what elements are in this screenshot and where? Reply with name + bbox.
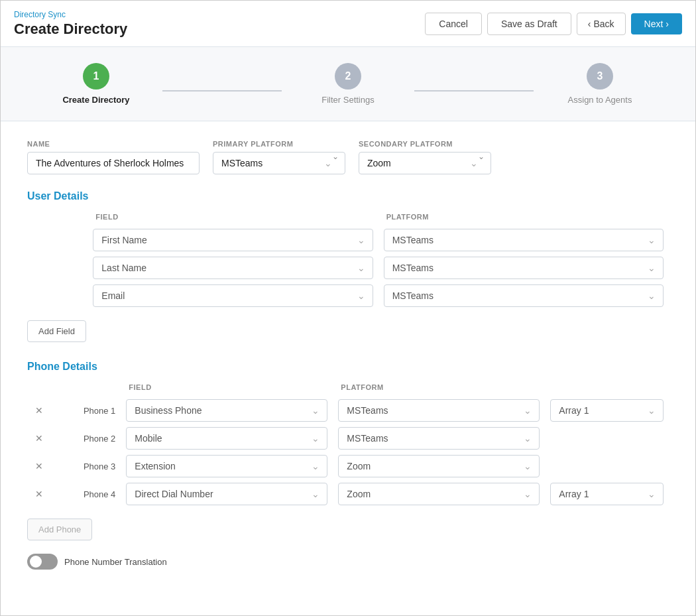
phone-array-1-select[interactable]: Array 1 Array 2 — [550, 399, 664, 422]
phone-platform-4-cell: Zoom MSTeams — [333, 480, 545, 508]
user-field-3-select[interactable]: Email First Name Last Name — [93, 284, 373, 307]
step-2[interactable]: 2 Filter Settings — [282, 63, 414, 105]
phone-platform-1-cell: MSTeams Zoom — [333, 397, 545, 424]
primary-platform-group: PRIMARY PLATFORM MSTeams Zoom ⌄ — [213, 140, 345, 174]
phone-row-1: ✕ Phone 1 Business Phone Mobile Extensio… — [27, 397, 669, 424]
phone-array-4-cell: Array 1 Array 2 — [545, 480, 669, 508]
close-icon: ✕ — [35, 461, 43, 471]
step-3-circle: 3 — [587, 63, 613, 90]
add-field-button[interactable]: Add Field — [27, 320, 86, 342]
secondary-platform-select[interactable]: Zoom MSTeams — [359, 152, 491, 174]
phone-field-2-cell: Mobile Business Phone Extension Direct D… — [121, 424, 333, 452]
phone-1-label: Phone 1 — [59, 397, 121, 424]
user-field-3-cell: Email First Name Last Name — [87, 282, 378, 310]
save-draft-button[interactable]: Save as Draft — [487, 13, 571, 35]
primary-platform-label: PRIMARY PLATFORM — [213, 140, 345, 148]
top-form-row: NAME PRIMARY PLATFORM MSTeams Zoom ⌄ SEC… — [27, 140, 669, 174]
add-phone-button[interactable]: Add Phone — [27, 519, 92, 540]
remove-phone-2-button[interactable]: ✕ — [32, 430, 46, 446]
phone-field-1-cell: Business Phone Mobile Extension Direct D… — [121, 397, 333, 424]
step-3-label: Assign to Agents — [568, 95, 632, 105]
phone-field-1-select[interactable]: Business Phone Mobile Extension Direct D… — [126, 399, 327, 422]
user-platform-1-select[interactable]: MSTeams Zoom — [384, 229, 664, 251]
remove-phone-4-button[interactable]: ✕ — [32, 486, 46, 502]
user-field-2-select[interactable]: Last Name First Name Email — [93, 257, 373, 279]
toggle-row: Off Phone Number Translation — [27, 554, 669, 570]
user-platform-col-header: PLATFORM — [378, 213, 669, 226]
header: Directory Sync Create Directory Cancel S… — [1, 1, 695, 47]
main-content: NAME PRIMARY PLATFORM MSTeams Zoom ⌄ SEC… — [1, 121, 695, 615]
phone-details-table: FIELD PLATFORM ✕ Phone 1 Bus — [27, 383, 669, 508]
phone-details-title: Phone Details — [27, 361, 669, 373]
phone-field-col-header: FIELD — [121, 383, 333, 397]
secondary-platform-group: SECONDARY PLATFORM Zoom MSTeams ⌄ — [359, 140, 491, 174]
name-group: NAME — [27, 140, 200, 174]
phone-platform-2-cell: MSTeams Zoom — [333, 424, 545, 452]
chevron-right-icon: › — [666, 19, 669, 29]
phone-array-1-cell: Array 1 Array 2 — [545, 397, 669, 424]
cancel-button[interactable]: Cancel — [425, 13, 482, 35]
secondary-platform-label: SECONDARY PLATFORM — [359, 140, 491, 148]
step-2-label: Filter Settings — [321, 95, 374, 105]
phone-platform-3-select[interactable]: Zoom MSTeams — [338, 455, 540, 477]
phone-translation-toggle[interactable]: Off — [27, 554, 58, 570]
phone-2-label: Phone 2 — [59, 424, 121, 452]
user-platform-3-cell: MSTeams Zoom — [378, 282, 669, 310]
phone-row-2: ✕ Phone 2 Mobile Business Phone Extensio… — [27, 424, 669, 452]
phone-4-label: Phone 4 — [59, 480, 121, 508]
step-1[interactable]: 1 Create Directory — [30, 63, 162, 105]
primary-platform-select[interactable]: MSTeams Zoom — [213, 152, 345, 174]
phone-field-4-cell: Direct Dial Number Business Phone Mobile… — [121, 480, 333, 508]
phone-platform-4-select[interactable]: Zoom MSTeams — [338, 483, 540, 505]
header-actions: Cancel Save as Draft ‹ Back Next › — [425, 13, 682, 35]
phone-array-2-empty — [545, 424, 669, 452]
next-button[interactable]: Next › — [631, 13, 682, 34]
user-platform-2-cell: MSTeams Zoom — [378, 254, 669, 282]
step-connector-2 — [414, 90, 534, 92]
user-details-title: User Details — [27, 190, 669, 202]
phone-row-3: ✕ Phone 3 Extension Business Phone Mobil… — [27, 452, 669, 480]
phone-platform-1-select[interactable]: MSTeams Zoom — [338, 399, 540, 422]
user-details-table: FIELD PLATFORM First Name Last Name Emai… — [27, 213, 669, 310]
toggle-slider: Off — [27, 554, 58, 570]
phone-translation-label: Phone Number Translation — [64, 557, 167, 567]
phone-array-3-empty — [545, 452, 669, 480]
remove-phone-3-button[interactable]: ✕ — [32, 458, 46, 474]
user-field-1-cell: First Name Last Name Email — [87, 226, 378, 254]
user-row-2: Last Name First Name Email MSTeams Zoom — [27, 254, 669, 282]
phone-field-3-cell: Extension Business Phone Mobile Direct D… — [121, 452, 333, 480]
header-left: Directory Sync Create Directory — [14, 10, 127, 38]
user-platform-2-select[interactable]: MSTeams Zoom — [384, 257, 664, 279]
phone-3-label: Phone 3 — [59, 452, 121, 480]
phone-field-2-select[interactable]: Mobile Business Phone Extension Direct D… — [126, 427, 327, 450]
user-field-col-header: FIELD — [87, 213, 378, 226]
close-icon: ✕ — [35, 489, 43, 499]
phone-field-3-select[interactable]: Extension Business Phone Mobile Direct D… — [126, 455, 327, 477]
step-connector-1 — [162, 90, 282, 92]
next-label: Next — [644, 19, 664, 29]
remove-phone-1-button[interactable]: ✕ — [32, 402, 46, 418]
phone-field-4-select[interactable]: Direct Dial Number Business Phone Mobile… — [126, 483, 327, 505]
stepper-section: 1 Create Directory 2 Filter Settings 3 A… — [1, 47, 695, 121]
phone-array-4-select[interactable]: Array 1 Array 2 — [550, 483, 664, 505]
user-field-2-cell: Last Name First Name Email — [87, 254, 378, 282]
close-icon: ✕ — [35, 433, 43, 444]
user-platform-1-cell: MSTeams Zoom — [378, 226, 669, 254]
step-3[interactable]: 3 Assign to Agents — [534, 63, 666, 105]
name-input[interactable] — [27, 152, 200, 174]
user-field-1-select[interactable]: First Name Last Name Email — [93, 229, 373, 251]
chevron-left-icon: ‹ — [588, 19, 591, 29]
close-icon: ✕ — [35, 405, 43, 416]
back-button[interactable]: ‹ Back — [577, 13, 626, 35]
user-row-3: Email First Name Last Name MSTeams Zoom — [27, 282, 669, 310]
user-platform-3-select[interactable]: MSTeams Zoom — [384, 284, 664, 307]
step-1-label: Create Directory — [62, 95, 129, 105]
toggle-off-label: Off — [31, 558, 40, 565]
name-label: NAME — [27, 140, 200, 148]
phone-platform-2-select[interactable]: MSTeams Zoom — [338, 427, 540, 450]
phone-platform-col-header: PLATFORM — [333, 383, 545, 397]
back-label: Back — [593, 19, 614, 29]
page-title: Create Directory — [14, 21, 127, 38]
user-row-1: First Name Last Name Email MSTeams Zoom — [27, 226, 669, 254]
step-1-circle: 1 — [83, 63, 109, 90]
